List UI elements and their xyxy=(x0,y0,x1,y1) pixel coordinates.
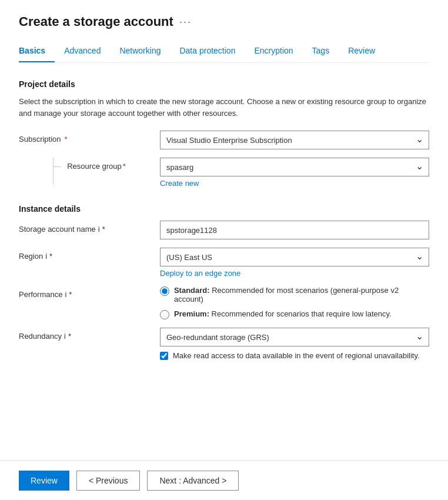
storage-name-info-icon[interactable]: i xyxy=(98,225,100,234)
project-details-section: Project details Select the subscription … xyxy=(19,79,429,188)
previous-button[interactable]: < Previous xyxy=(76,471,141,491)
storage-name-control xyxy=(160,221,429,239)
redundancy-info-icon[interactable]: i xyxy=(64,332,66,341)
redundancy-select[interactable]: Geo-redundant storage (GRS) xyxy=(160,328,429,346)
performance-radio-group: Standard: Recommended for most scenarios… xyxy=(160,286,429,319)
resource-group-row: Resource group * spasarg Create new xyxy=(19,158,429,188)
resource-group-label: Resource group * xyxy=(19,158,160,171)
next-button[interactable]: Next : Advanced > xyxy=(147,471,239,491)
subscription-select-wrapper: Visual Studio Enterprise Subscription xyxy=(160,131,429,149)
tab-advanced[interactable]: Advanced xyxy=(55,41,110,62)
instance-details-section: Instance details Storage account name i … xyxy=(19,204,429,360)
tab-tags[interactable]: Tags xyxy=(303,41,339,62)
subscription-required: * xyxy=(65,135,68,144)
performance-premium-radio[interactable] xyxy=(160,310,169,319)
performance-row: Performance i * Standard: Recommended fo… xyxy=(19,286,429,319)
tab-basics[interactable]: Basics xyxy=(19,41,55,62)
project-details-title: Project details xyxy=(19,79,429,89)
tab-encryption[interactable]: Encryption xyxy=(245,41,302,62)
region-select[interactable]: (US) East US xyxy=(160,248,429,266)
resource-group-select-wrapper: spasarg xyxy=(160,158,429,176)
resource-group-text: Resource group xyxy=(65,162,122,171)
resource-group-select[interactable]: spasarg xyxy=(160,158,429,176)
performance-info-icon[interactable]: i xyxy=(65,290,66,299)
region-control: (US) East US Deploy to an edge zone xyxy=(160,248,429,278)
create-new-link[interactable]: Create new xyxy=(160,179,199,188)
tab-data-protection[interactable]: Data protection xyxy=(170,41,245,62)
performance-label: Performance i * xyxy=(19,286,160,299)
performance-premium-label: Premium: Recommended for scenarios that … xyxy=(174,309,392,318)
region-select-wrapper: (US) East US xyxy=(160,248,429,266)
deploy-edge-link[interactable]: Deploy to an edge zone xyxy=(160,269,240,278)
tab-networking[interactable]: Networking xyxy=(110,41,170,62)
region-required: * xyxy=(49,252,52,261)
resource-group-required: * xyxy=(123,162,126,171)
tab-bar: Basics Advanced Networking Data protecti… xyxy=(19,41,429,63)
subscription-select[interactable]: Visual Studio Enterprise Subscription xyxy=(160,131,429,149)
tab-review[interactable]: Review xyxy=(339,41,385,62)
performance-control: Standard: Recommended for most scenarios… xyxy=(160,286,429,319)
project-details-description: Select the subscription in which to crea… xyxy=(19,96,429,119)
region-row: Region i * (US) East US Deploy to an edg… xyxy=(19,248,429,278)
footer: Review < Previous Next : Advanced > xyxy=(0,461,448,500)
review-button[interactable]: Review xyxy=(19,471,69,491)
read-access-label: Make read access to data available in th… xyxy=(173,351,420,360)
redundancy-row: Redundancy i * Geo-redundant storage (GR… xyxy=(19,328,429,360)
read-access-row: Make read access to data available in th… xyxy=(160,351,429,360)
redundancy-control: Geo-redundant storage (GRS) Make read ac… xyxy=(160,328,429,360)
performance-standard-radio[interactable] xyxy=(160,286,169,296)
subscription-control: Visual Studio Enterprise Subscription xyxy=(160,131,429,149)
region-info-icon[interactable]: i xyxy=(45,252,47,261)
region-label: Region i * xyxy=(19,248,160,261)
more-options-button[interactable]: ··· xyxy=(179,16,192,28)
redundancy-required: * xyxy=(68,332,71,341)
performance-standard-label: Standard: Recommended for most scenarios… xyxy=(174,286,429,304)
storage-name-row: Storage account name i * xyxy=(19,221,429,239)
storage-name-label: Storage account name i * xyxy=(19,221,160,234)
page-title: Create a storage account xyxy=(19,14,173,29)
redundancy-label: Redundancy i * xyxy=(19,328,160,341)
resource-group-control: spasarg Create new xyxy=(160,158,429,188)
performance-required: * xyxy=(69,290,72,299)
storage-name-input[interactable] xyxy=(160,221,429,239)
performance-standard-item: Standard: Recommended for most scenarios… xyxy=(160,286,429,304)
subscription-label: Subscription * xyxy=(19,131,160,144)
instance-details-title: Instance details xyxy=(19,204,429,214)
redundancy-select-wrapper: Geo-redundant storage (GRS) xyxy=(160,328,429,346)
storage-name-required: * xyxy=(102,225,105,234)
subscription-row: Subscription * Visual Studio Enterprise … xyxy=(19,131,429,149)
performance-premium-item: Premium: Recommended for scenarios that … xyxy=(160,309,429,319)
read-access-checkbox[interactable] xyxy=(160,352,168,360)
